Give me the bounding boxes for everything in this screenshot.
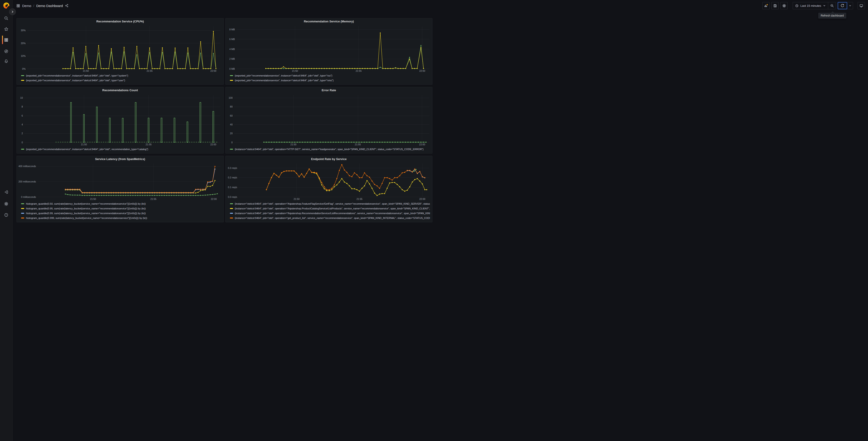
panel-header[interactable]: Error Rate [226,87,432,93]
legend-swatch [230,208,233,209]
svg-text:0 milliseconds: 0 milliseconds [21,196,36,198]
svg-text:0.0 req/s: 0.0 req/s [228,196,237,198]
svg-text:0.2 req/s: 0.2 req/s [228,176,237,179]
sidebar-item-settings[interactable] [2,200,10,208]
panel-title: Recommendation Service (CPU%) [96,20,144,23]
panel-title: Recommendations Count [102,89,138,92]
legend-swatch [21,213,24,214]
chart-canvas: 0.0 req/s0.1 req/s0.2 req/s0.3 req/s21:5… [226,162,432,201]
legend-item[interactable]: {exported_job="recommendationservice", i… [230,78,430,83]
legend-label: {exported_job="recommendationservice", i… [26,79,125,82]
dashboard-grid: Recommendation Service (CPU%) 0%10%20%30… [17,18,432,220]
expand-sidebar-button[interactable] [9,8,16,15]
legend-label: {instance="otelcol:9464", job="otel", op… [235,207,430,210]
legend-item[interactable]: {instance="otelcol:9464", job="otel", op… [230,147,430,151]
legend-item[interactable]: {instance="otelcol:9464", job="otel", op… [230,206,430,211]
top-navigation-bar: Demo / Demo Dashboard [13,0,434,11]
legend: {exported_job="recommendationservice", i… [17,146,223,153]
legend-label: histogram_quantile(0.999, sum(rate(laten… [26,217,147,219]
legend-item[interactable]: {exported_job="recommendationservice", i… [230,73,430,78]
legend-swatch [21,75,24,76]
legend: {instance="otelcol:9464", job="otel", op… [226,146,432,153]
sidebar-item-sign-in[interactable] [2,188,10,196]
legend-item[interactable]: {exported_job="recommendationservice", i… [21,73,221,78]
panel-title: Recommendation Service (Memory) [304,20,354,23]
svg-text:20: 20 [230,132,232,135]
legend-item[interactable]: {instance="otelcol:9464", job="otel", op… [230,215,430,220]
legend-label: {instance="otelcol:9464", job="otel", op… [235,148,424,151]
breadcrumb-separator: / [33,4,34,8]
legend-item[interactable]: histogram_quantile(0.99, sum(rate(latenc… [21,211,221,215]
legend-label: histogram_quantile(0.50, sum(rate(latenc… [26,202,146,205]
chart-canvas: 02040608010021:5021:5522:00 [226,93,432,146]
legend-item[interactable]: {instance="otelcol:9464", job="otel", op… [230,211,430,215]
chart-area[interactable]: 0%10%20%30%21:5021:5522:00 [17,24,223,73]
legend-swatch [230,149,233,150]
panel-header[interactable]: Recommendation Service (Memory) [226,18,432,24]
sidebar-item-starred[interactable] [2,25,10,33]
panel-header[interactable]: Service Latency (from SpanMetrics) [17,156,223,162]
legend-swatch [230,213,233,214]
svg-text:0: 0 [22,141,23,144]
legend-label: {exported_job="recommendationservice", i… [26,74,128,77]
legend-item[interactable]: histogram_quantile(0.50, sum(rate(latenc… [21,201,221,206]
panel-header[interactable]: Recommendations Count [17,87,223,93]
legend: histogram_quantile(0.50, sum(rate(latenc… [17,201,223,220]
svg-text:22:00: 22:00 [210,143,216,146]
gear-icon [4,202,8,206]
svg-text:22:00: 22:00 [211,198,217,200]
legend-swatch [21,149,24,150]
svg-text:22:00: 22:00 [211,69,216,72]
svg-text:21:50: 21:50 [290,143,296,146]
legend-item[interactable]: histogram_quantile(0.95, sum(rate(latenc… [21,206,221,211]
svg-text:30%: 30% [21,29,26,32]
panel-header[interactable]: Recommendation Service (CPU%) [17,18,223,24]
svg-text:4 MB: 4 MB [229,48,235,51]
legend-item[interactable]: {exported_job="recommendationservice", i… [21,78,221,83]
legend-item[interactable]: {exported_job="recommendationservice", i… [21,147,221,151]
sidebar-item-search[interactable] [2,14,10,22]
share-icon[interactable] [65,4,68,7]
legend-swatch [230,203,233,204]
panel-error-rate: Error Rate 02040608010021:5021:5522:00 {… [225,87,433,153]
svg-text:0.3 req/s: 0.3 req/s [228,167,237,169]
legend-label: {instance="otelcol:9464", job="otel", op… [235,217,430,219]
panel-endpoint-rate: Endpoint Rate by Service 0.0 req/s0.1 re… [225,156,433,220]
legend-item[interactable]: histogram_quantile(0.999, sum(rate(laten… [21,215,221,220]
sidebar-item-explore[interactable] [2,47,10,55]
legend: {exported_job="recommendationservice", i… [17,73,223,84]
sidebar-item-help[interactable]: ? [2,211,10,219]
panel-recommendation-cpu: Recommendation Service (CPU%) 0%10%20%30… [17,18,224,85]
legend-label: {exported_job="recommendationservice", i… [26,148,148,151]
chart-area[interactable]: 0 MB2 MB4 MB6 MB8 MB21:5021:5522:00 [226,24,432,73]
legend: {instance="otelcol:9464", job="otel", op… [226,201,432,220]
chart-area[interactable]: 024681021:5021:5522:00 [17,93,223,146]
legend-swatch [21,208,24,209]
svg-text:10%: 10% [21,55,26,57]
panel-header[interactable]: Endpoint Rate by Service [226,156,432,162]
chart-area[interactable]: 0 milliseconds200 milliseconds400 millis… [17,162,223,201]
legend-label: histogram_quantile(0.99, sum(rate(latenc… [26,212,146,215]
breadcrumb-item-dashboard[interactable]: Demo Dashboard [36,4,63,8]
svg-text:0.1 req/s: 0.1 req/s [228,186,237,188]
svg-text:21:55: 21:55 [147,69,153,72]
panel-recommendation-memory: Recommendation Service (Memory) 0 MB2 MB… [225,18,433,85]
svg-text:21:50: 21:50 [293,198,299,200]
chart-area[interactable]: 02040608010021:5021:5522:00 [226,93,432,146]
legend-item[interactable]: {instance="otelcol:9464", job="otel", op… [230,201,430,206]
sidebar-item-dashboards[interactable] [2,36,10,44]
legend-swatch [230,217,233,218]
svg-text:0 MB: 0 MB [229,67,235,70]
legend-swatch [21,203,24,204]
svg-text:22:00: 22:00 [419,143,425,146]
svg-text:200 milliseconds: 200 milliseconds [18,180,36,183]
chart-area[interactable]: 0.0 req/s0.1 req/s0.2 req/s0.3 req/s21:5… [226,162,432,201]
breadcrumb-item-folder[interactable]: Demo [22,4,31,8]
svg-text:21:55: 21:55 [355,143,361,146]
grafana-logo[interactable] [2,2,10,10]
grafana-logo-icon [3,2,10,9]
legend-label: {instance="otelcol:9464", job="otel", op… [235,202,430,205]
sidebar-item-alerting[interactable] [2,57,10,65]
svg-text:0: 0 [231,141,232,144]
bell-icon [4,59,8,63]
